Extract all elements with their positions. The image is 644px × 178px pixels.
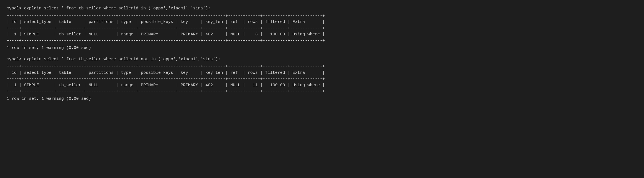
query1-sep-bot: +----+-------------+-----------+--------… [7, 38, 637, 44]
query1-header: | id | select_type | table | partitions … [7, 19, 637, 25]
terminal-output: mysql> explain select * from tb_seller w… [7, 6, 637, 102]
query1-sep-mid: +----+-------------+-----------+--------… [7, 25, 637, 32]
query1-command: mysql> explain select * from tb_seller w… [7, 6, 637, 12]
query1-block: mysql> explain select * from tb_seller w… [7, 6, 637, 51]
query2-data-row: | 1 | SIMPLE | tb_seller | NULL | range … [7, 82, 637, 89]
query2-result: 1 row in set, 1 warning (0.00 sec) [7, 96, 637, 102]
query2-sep-top: +----+-------------+-----------+--------… [7, 64, 637, 70]
query1-result: 1 row in set, 1 warning (0.00 sec) [7, 45, 637, 51]
query1-sep-top: +----+-------------+-----------+--------… [7, 13, 637, 19]
query2-sep-bot: +----+-------------+-----------+--------… [7, 88, 637, 95]
query2-command: mysql> explain select * from tb_seller w… [7, 56, 637, 63]
query2-header: | id | select_type | table | partitions … [7, 70, 637, 76]
query2-block: mysql> explain select * from tb_seller w… [7, 56, 637, 102]
query1-data-row: | 1 | SIMPLE | tb_seller | NULL | range … [7, 32, 637, 38]
query2-sep-mid: +----+-------------+-----------+--------… [7, 76, 637, 82]
